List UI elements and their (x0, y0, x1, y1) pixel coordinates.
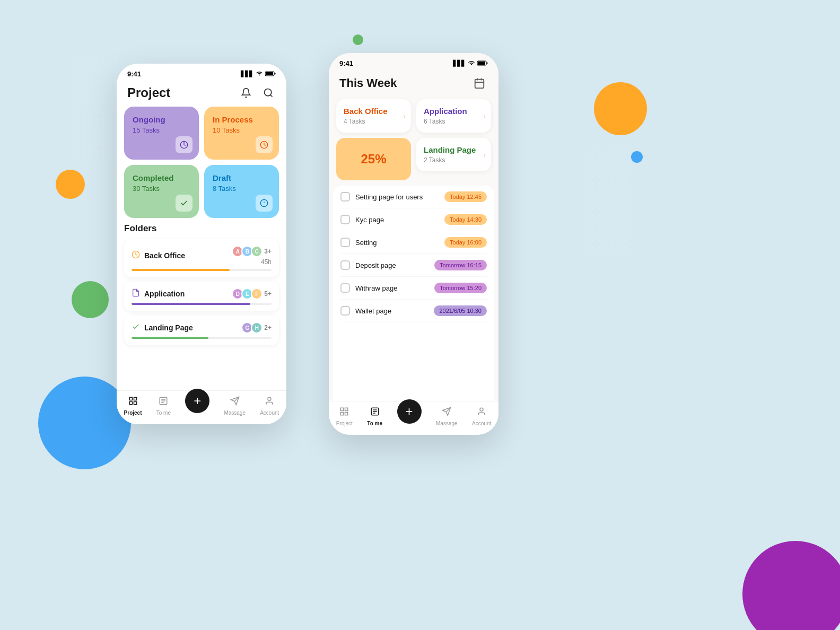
backoffice-progress-fill (132, 269, 230, 271)
bottom-nav-2: Project To me + Massage A (329, 401, 498, 435)
landingpage-count: 2+ (264, 324, 272, 331)
nav-massage-label: Massage (224, 410, 246, 416)
deco-blue-mid-right (631, 151, 643, 163)
task-row-1[interactable]: Kyc page Today 14:30 (340, 208, 487, 231)
task-tag-5: 2021/6/05 10:30 (434, 305, 487, 316)
task-name-4: Withraw page (355, 284, 397, 292)
wifi-icon-2 (468, 60, 475, 67)
nav2-massage-icon (442, 407, 451, 419)
week-card-backoffice[interactable]: Back Office 4 Tasks › (336, 99, 411, 133)
landingpage-progress-fill (132, 337, 208, 339)
inprocess-label: In Process (213, 115, 270, 124)
signal-icon-1: ▋▋▋ (241, 71, 253, 77)
task-checkbox-3[interactable] (340, 260, 350, 270)
task-cards-grid: Ongoing 15 Tasks In Process 10 Tasks Com… (117, 107, 286, 218)
task-card-inprocess[interactable]: In Process 10 Tasks (204, 107, 279, 160)
right-week-col: Application 6 Tasks › Landing Page 2 Tas… (416, 99, 491, 180)
fab-1[interactable]: + (185, 389, 209, 413)
task-checkbox-0[interactable] (340, 192, 350, 202)
folder-application[interactable]: Application D E F 5+ (124, 282, 279, 311)
nav-project-label: Project (124, 410, 142, 416)
nav2-massage-label: Massage (436, 421, 458, 426)
svg-rect-35 (341, 413, 344, 415)
backoffice-time: 45h (261, 258, 272, 266)
draft-icon (256, 195, 273, 212)
application-arrow-icon: › (483, 112, 486, 120)
svg-rect-3 (583, 148, 626, 255)
nav-massage[interactable]: Massage (224, 396, 246, 416)
deco-grid-right (583, 148, 626, 257)
nav2-tome[interactable]: To me (367, 407, 382, 426)
wifi-icon-1 (256, 71, 263, 77)
task-tag-4: Tomorrow 15:20 (434, 283, 487, 293)
phone1: 9:41 ▋▋▋ Project (117, 64, 286, 424)
application-progress-bar (132, 303, 272, 305)
application-week-tasks: 6 Tasks (424, 118, 484, 125)
folders-section: Folders Back Office A B (117, 223, 286, 390)
nav-account-label-1: Account (260, 410, 279, 416)
folder-backoffice[interactable]: Back Office A B C 3+ 45h (124, 239, 279, 277)
left-week-col: Back Office 4 Tasks › 25% (336, 99, 411, 180)
deco-grid-left (74, 53, 117, 161)
deco-green-left (72, 281, 109, 318)
task-row-4[interactable]: Withraw page Tomorrow 15:20 (340, 277, 487, 300)
nav-account-1[interactable]: Account (260, 396, 279, 416)
svg-rect-17 (129, 402, 132, 405)
task-tag-2: Today 16:00 (444, 237, 487, 248)
landingpage-week-tasks: 2 Tasks (424, 156, 484, 164)
folder-landingpage[interactable]: Landing Page G H 2+ (124, 316, 279, 345)
week-card-application[interactable]: Application 6 Tasks › (416, 99, 491, 133)
landingpage-arrow-icon: › (483, 151, 486, 159)
completed-icon (176, 195, 192, 212)
backoffice-week-name: Back Office (344, 107, 404, 116)
landingpage-folder-icon (132, 322, 140, 333)
task-checkbox-5[interactable] (340, 306, 350, 316)
task-name-1: Kyc page (355, 216, 384, 224)
task-row-3[interactable]: Deposit page Tomorrow 16:15 (340, 254, 487, 277)
calendar-icon[interactable] (471, 75, 488, 92)
phone2-header: This Week (329, 71, 498, 99)
task-checkbox-2[interactable] (340, 238, 350, 247)
nav2-project[interactable]: Project (336, 407, 353, 426)
inprocess-icon (256, 136, 273, 153)
completed-tasks: 30 Tasks (133, 185, 190, 192)
nav-tome-icon (159, 396, 168, 408)
task-card-ongoing[interactable]: Ongoing 15 Tasks (124, 107, 199, 160)
task-name-0: Setting page for users (355, 193, 423, 201)
task-name-3: Deposit page (355, 261, 396, 269)
nav2-account[interactable]: Account (472, 407, 491, 426)
ongoing-tasks: 15 Tasks (133, 126, 190, 134)
bell-icon[interactable] (239, 85, 253, 100)
task-row-2[interactable]: Setting Today 16:00 (340, 231, 487, 254)
task-checkbox-4[interactable] (340, 283, 350, 293)
nav-massage-icon (230, 396, 240, 408)
task-card-completed[interactable]: Completed 30 Tasks (124, 165, 199, 218)
nav-project[interactable]: Project (124, 396, 142, 416)
week-card-landingpage[interactable]: Landing Page 2 Tasks › (416, 138, 491, 171)
nav-tome[interactable]: To me (156, 396, 171, 416)
nav2-account-label: Account (472, 421, 491, 426)
folders-title: Folders (124, 223, 279, 234)
week-cards-grid: Back Office 4 Tasks › 25% Application 6 … (329, 99, 498, 186)
task-card-draft[interactable]: Draft 8 Tasks (204, 165, 279, 218)
battery-icon-1 (265, 71, 276, 77)
task-checkbox-1[interactable] (340, 215, 350, 224)
task-tag-0: Today 12:45 (444, 191, 487, 202)
search-icon[interactable] (261, 85, 276, 100)
nav2-tome-label: To me (367, 421, 382, 426)
landingpage-name: Landing Page (144, 323, 193, 332)
deco-orange-left (56, 170, 85, 199)
backoffice-name: Back Office (144, 251, 185, 260)
fab-2[interactable]: + (397, 399, 422, 424)
nav2-massage[interactable]: Massage (436, 407, 458, 426)
application-progress-fill (132, 303, 250, 305)
task-row-5[interactable]: Wallet page 2021/6/05 10:30 (340, 300, 487, 322)
signal-icon-2: ▋▋▋ (453, 60, 466, 67)
svg-point-25 (268, 397, 271, 400)
nav-account-icon-1 (265, 396, 274, 408)
phone1-header-icons (239, 85, 276, 100)
svg-rect-29 (475, 80, 484, 89)
backoffice-count: 3+ (264, 248, 272, 255)
task-row-0[interactable]: Setting page for users Today 12:45 (340, 186, 487, 208)
task-name-2: Setting (355, 239, 377, 247)
